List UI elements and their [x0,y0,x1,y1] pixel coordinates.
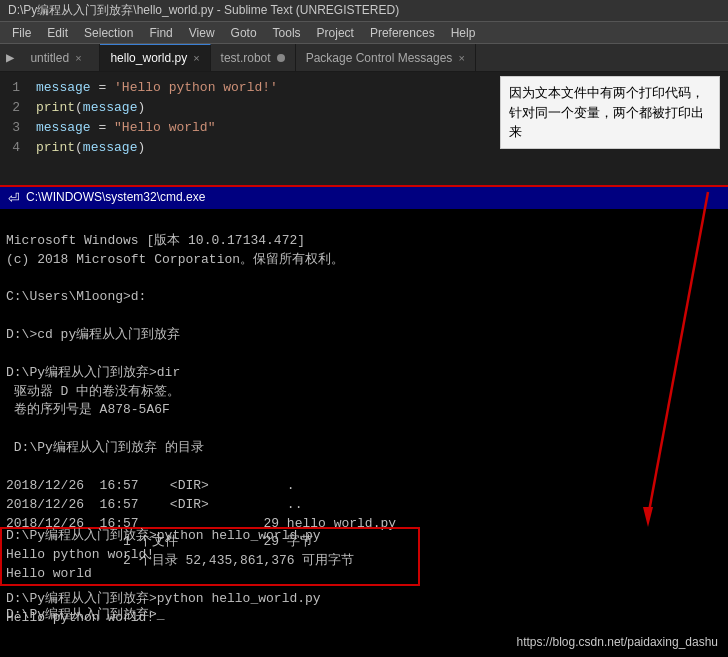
cmd-line: (c) 2018 Microsoft Corporation。保留所有权利。 [6,252,344,267]
cmd-window: ⏎ C:\WINDOWS\system32\cmd.exe Microsoft … [0,187,728,657]
annotation-box: 因为文本文件中有两个打印代码，针对同一个变量，两个都被打印出来 [500,76,720,149]
tab-label: Package Control Messages [306,51,453,65]
tab-close-icon[interactable]: × [193,52,199,64]
title-text: D:\Py编程从入门到放弃\hello_world.py - Sublime T… [8,2,399,19]
menu-goto[interactable]: Goto [223,24,265,42]
menu-selection[interactable]: Selection [76,24,141,42]
line-numbers: 1 2 3 4 [0,72,28,185]
menu-tools[interactable]: Tools [265,24,309,42]
cmd-line: 2018/12/26 16:57 <DIR> .. [6,497,302,512]
menu-project[interactable]: Project [309,24,362,42]
line-num: 1 [8,78,20,98]
tab-untitled[interactable]: untitled × [20,44,100,71]
tab-scroll-left[interactable]: ▶ [0,44,20,71]
cmd-icon: ⏎ [8,188,20,208]
cmd-line: D:\Py编程从入门到放弃 的目录 [6,440,204,455]
tab-modified-dot [277,54,285,62]
cmd-line: D:\Py编程从入门到放弃>dir [6,365,180,380]
menu-preferences[interactable]: Preferences [362,24,443,42]
cmd-line: Microsoft Windows [版本 10.0.17134.472] [6,233,305,248]
annotation-text: 因为文本文件中有两个打印代码，针对同一个变量，两个都被打印出来 [509,85,704,139]
menu-find[interactable]: Find [141,24,180,42]
bottom-link: https://blog.csdn.net/paidaxing_dashu [517,634,718,651]
title-bar: D:\Py编程从入门到放弃\hello_world.py - Sublime T… [0,0,728,22]
menu-file[interactable]: File [4,24,39,42]
tab-package-control[interactable]: Package Control Messages × [296,44,476,71]
tab-bar: ▶ untitled × hello_world.py × test.robot… [0,44,728,72]
menu-bar: File Edit Selection Find View Goto Tools… [0,22,728,44]
tab-label: hello_world.py [110,51,187,65]
menu-edit[interactable]: Edit [39,24,76,42]
tab-label: untitled [30,51,69,65]
tab-label: test.robot [221,51,271,65]
editor-area: 1 2 3 4 message = 'Hello python world!' … [0,72,728,187]
cmd-highlighted-output: D:\Py编程从入门到放弃>python hello_world.py Hell… [0,527,327,584]
cmd-line: 驱动器 D 中的卷没有标签。 [6,384,180,399]
cmd-line: 2018/12/26 16:57 <DIR> . [6,478,295,493]
menu-view[interactable]: View [181,24,223,42]
menu-help[interactable]: Help [443,24,484,42]
tab-test-robot[interactable]: test.robot [211,44,296,71]
tab-close-icon[interactable]: × [75,52,81,64]
tab-close-icon[interactable]: × [458,52,464,64]
line-num: 2 [8,98,20,118]
cmd-title-bar: ⏎ C:\WINDOWS\system32\cmd.exe [0,187,728,209]
line-num: 3 [8,118,20,138]
link-text: https://blog.csdn.net/paidaxing_dashu [517,635,718,649]
cmd-line: D:\>cd py编程从入门到放弃 [6,327,180,342]
tab-hello-world[interactable]: hello_world.py × [100,44,210,71]
cmd-title-text: C:\WINDOWS\system32\cmd.exe [26,189,205,206]
cmd-line: C:\Users\Mloong>d: [6,289,146,304]
cmd-prompt-end: D:\Py编程从入门到放弃>_ [0,587,171,625]
cmd-line: 卷的序列号是 A878-5A6F [6,402,170,417]
line-num: 4 [8,138,20,158]
